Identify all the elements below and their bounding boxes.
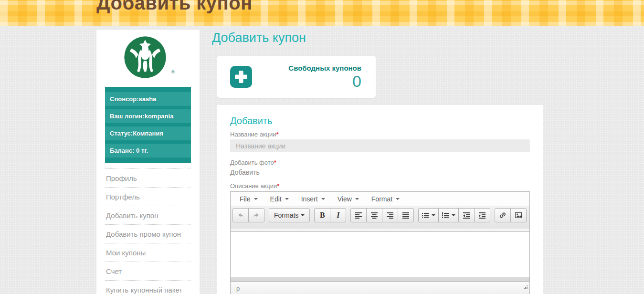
bold-icon: B [320, 211, 325, 220]
redo-button[interactable] [248, 208, 264, 222]
chevron-down-icon [301, 214, 305, 216]
menu-view[interactable]: View [331, 192, 365, 206]
chevron-down-icon [254, 198, 258, 200]
insert-image-button[interactable] [510, 208, 527, 222]
photo-field-label: Добавить фото* [230, 159, 530, 166]
free-coupons-count: 0 [288, 72, 361, 91]
undo-icon [237, 211, 244, 219]
undo-button[interactable] [232, 208, 249, 222]
sidebar-item-buy-coupon-package[interactable]: Купить купонный пакет [105, 281, 191, 294]
page-title: Добавить купон [212, 31, 306, 45]
sidebar-nav: Профиль Портфель Добавить купон Добавить… [105, 168, 191, 294]
required-mark: * [276, 131, 279, 138]
company-logo: ® [96, 35, 200, 87]
editor-content-area[interactable] [231, 232, 529, 277]
align-left-button[interactable] [350, 208, 367, 222]
align-right-button[interactable] [382, 208, 398, 222]
redo-icon [253, 211, 260, 219]
outdent-button[interactable] [458, 208, 475, 222]
starbucks-siren-icon [123, 35, 167, 79]
bullet-list-icon [422, 211, 429, 219]
editor-statusbar: p [231, 282, 529, 294]
sidebar-item-account[interactable]: Счет [105, 262, 191, 281]
numbered-list-button[interactable] [438, 208, 459, 222]
account-info-block: Спонсор:sasha Ваш логин:kompania Статус:… [105, 87, 191, 163]
title-divider [212, 47, 548, 47]
chevron-down-icon [396, 198, 400, 200]
editor-menubar: File Edit Insert View Format [231, 192, 529, 206]
align-center-icon [370, 211, 378, 219]
formats-dropdown[interactable]: Formats [269, 208, 310, 222]
free-coupons-label: Свободных купонов [288, 64, 361, 72]
chevron-down-icon [321, 198, 325, 200]
chevron-down-icon [355, 198, 359, 200]
align-justify-icon [402, 211, 410, 219]
name-field-label: Название акции* [230, 131, 530, 138]
editor-element-path: p [236, 285, 240, 292]
promo-name-input[interactable] [230, 139, 530, 152]
indent-button[interactable] [474, 208, 490, 222]
registered-mark: ® [171, 70, 175, 74]
align-justify-button[interactable] [398, 208, 414, 222]
editor-toolbar-divider [231, 229, 529, 232]
chevron-down-icon [452, 214, 455, 216]
balance-info: Баланс: 0 тг. [105, 144, 191, 158]
required-mark: * [274, 159, 276, 166]
add-photo-button[interactable]: Добавить [230, 168, 260, 176]
bold-button[interactable]: B [314, 208, 330, 222]
align-center-button[interactable] [366, 208, 382, 222]
image-icon [515, 211, 522, 219]
bullet-list-button[interactable] [418, 208, 439, 222]
link-icon [499, 211, 507, 219]
add-coupon-form: Добавить Название акции* Добавить фото* … [217, 105, 543, 294]
required-mark: * [277, 182, 279, 189]
sidebar-item-portfolio[interactable]: Портфель [105, 188, 191, 206]
menu-file[interactable]: File [233, 192, 264, 206]
menu-insert[interactable]: Insert [295, 192, 331, 206]
page-header-title: Добавить купон [96, 0, 253, 14]
italic-button[interactable]: I [330, 208, 346, 222]
login-info: Ваш логин:kompania [105, 109, 191, 123]
add-coupon-plus-button[interactable] [230, 66, 252, 88]
chevron-down-icon [432, 214, 435, 216]
page-header: Добавить купон [0, 0, 644, 26]
status-info: Статус:Компания [105, 126, 191, 140]
sidebar-item-profile[interactable]: Профиль [105, 169, 191, 188]
sidebar-item-my-coupons[interactable]: Мои купоны [105, 243, 191, 262]
italic-icon: I [337, 211, 339, 220]
editor-horizontal-scrollbar[interactable] [231, 277, 529, 282]
outdent-icon [463, 211, 470, 219]
sponsor-info: Спонсор:sasha [105, 92, 191, 106]
resize-grip-icon[interactable] [523, 284, 528, 291]
sidebar-item-add-promo-coupon[interactable]: Добавить промо купон [105, 225, 191, 243]
menu-edit[interactable]: Edit [264, 192, 295, 206]
description-rich-text-editor: File Edit Insert View Format Formats [230, 191, 530, 294]
sidebar-item-add-coupon[interactable]: Добавить купон [105, 206, 191, 225]
sidebar: ® Спонсор:sasha Ваш логин:kompania Стату… [96, 30, 200, 294]
free-coupons-card: Свободных купонов 0 [217, 56, 376, 98]
editor-toolbar: Formats B I [231, 206, 529, 229]
indent-icon [478, 211, 486, 219]
description-field-label: Описание акции* [230, 182, 530, 189]
numbered-list-icon [442, 211, 449, 219]
align-right-icon [386, 211, 394, 219]
form-title: Добавить [230, 116, 530, 126]
chevron-down-icon [285, 198, 289, 200]
menu-format[interactable]: Format [365, 192, 406, 206]
align-left-icon [355, 211, 362, 219]
insert-link-button[interactable] [495, 208, 511, 222]
